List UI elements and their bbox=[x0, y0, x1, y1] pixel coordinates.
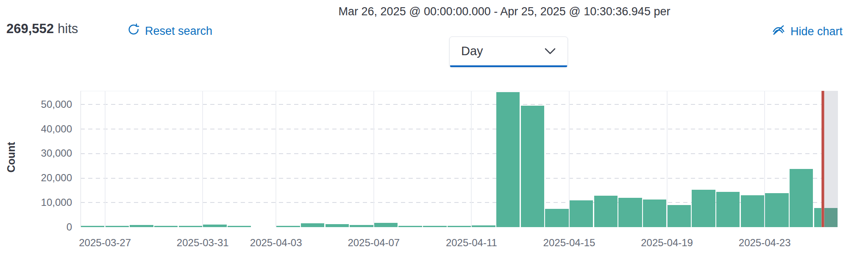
hits-label: hits bbox=[58, 21, 78, 36]
interval-selected-value: Day bbox=[461, 44, 483, 58]
histogram-plot[interactable] bbox=[81, 91, 838, 227]
histogram-bar[interactable] bbox=[423, 226, 446, 227]
histogram-bar[interactable] bbox=[618, 198, 642, 227]
histogram-bar[interactable] bbox=[496, 92, 520, 227]
histogram-bar[interactable] bbox=[741, 195, 764, 227]
y-tick-label: 10,000 bbox=[25, 197, 72, 208]
y-axis-title: Count bbox=[5, 128, 17, 187]
histogram-bar[interactable] bbox=[130, 225, 153, 227]
interval-select[interactable]: Day bbox=[449, 37, 568, 67]
vertical-gridline bbox=[471, 91, 472, 227]
histogram-bar[interactable] bbox=[374, 223, 398, 227]
histogram-bar[interactable] bbox=[154, 226, 178, 227]
plot-top-border bbox=[81, 91, 838, 91]
x-tick-label: 2025-04-11 bbox=[425, 237, 518, 249]
hide-chart-label: Hide chart bbox=[790, 25, 843, 38]
histogram-bar[interactable] bbox=[765, 193, 788, 227]
y-axis-line bbox=[81, 91, 81, 227]
y-tick-label: 20,000 bbox=[25, 172, 72, 184]
x-tick-label: 2025-04-23 bbox=[718, 237, 811, 249]
reset-search-button[interactable]: Reset search bbox=[127, 23, 212, 39]
x-tick-label: 2025-04-03 bbox=[229, 237, 323, 249]
discover-histogram-panel: Mar 26, 2025 @ 00:00:00.000 - Apr 25, 20… bbox=[0, 0, 868, 253]
y-tick-label: 40,000 bbox=[25, 123, 72, 135]
histogram-bar[interactable] bbox=[570, 200, 593, 227]
x-tick-label: 2025-04-15 bbox=[523, 237, 616, 249]
vertical-gridline bbox=[275, 91, 276, 227]
horizontal-gridline bbox=[81, 153, 838, 154]
hits-count: 269,552 bbox=[6, 21, 54, 36]
histogram-bar[interactable] bbox=[790, 169, 813, 227]
histogram-bar[interactable] bbox=[301, 223, 324, 227]
histogram-bar[interactable] bbox=[228, 226, 251, 227]
histogram-bar[interactable] bbox=[276, 226, 300, 227]
refresh-icon bbox=[127, 23, 140, 39]
eye-slash-icon bbox=[771, 23, 786, 40]
histogram-bar[interactable] bbox=[106, 226, 129, 227]
histogram-bar[interactable] bbox=[448, 226, 471, 227]
vertical-gridline bbox=[202, 91, 203, 227]
current-time-marker bbox=[821, 91, 824, 227]
histogram-bar[interactable] bbox=[594, 196, 618, 227]
histogram-bar[interactable] bbox=[692, 190, 715, 227]
histogram-bar[interactable] bbox=[398, 226, 422, 227]
histogram-bar[interactable] bbox=[668, 205, 691, 227]
reset-search-label: Reset search bbox=[145, 25, 212, 38]
histogram-bar[interactable] bbox=[179, 226, 202, 227]
histogram-bar[interactable] bbox=[545, 209, 568, 227]
histogram-bar[interactable] bbox=[326, 224, 349, 227]
histogram-bar[interactable] bbox=[203, 225, 226, 227]
vertical-gridline bbox=[105, 91, 106, 227]
x-tick-label: 2025-04-07 bbox=[327, 237, 420, 249]
chevron-down-icon bbox=[545, 48, 556, 56]
horizontal-gridline bbox=[81, 104, 838, 105]
y-tick-label: 30,000 bbox=[25, 147, 72, 159]
y-tick-label: 0 bbox=[25, 221, 72, 233]
y-tick-label: 50,000 bbox=[25, 98, 72, 110]
hide-chart-button[interactable]: Hide chart bbox=[771, 23, 843, 40]
histogram-bar-partial-bucket[interactable] bbox=[814, 208, 837, 227]
incomplete-bucket-endzone bbox=[823, 91, 838, 227]
horizontal-gridline bbox=[81, 178, 838, 179]
x-tick-label: 2025-04-19 bbox=[620, 237, 714, 249]
histogram-bar[interactable] bbox=[472, 225, 495, 227]
time-range-title: Mar 26, 2025 @ 00:00:00.000 - Apr 25, 20… bbox=[280, 5, 729, 18]
histogram-bar[interactable] bbox=[716, 192, 740, 227]
hits-total: 269,552hits bbox=[6, 21, 78, 37]
select-focus-underline bbox=[450, 65, 567, 67]
x-tick-label: 2025-03-27 bbox=[58, 237, 152, 249]
vertical-gridline bbox=[373, 91, 374, 227]
histogram-bar[interactable] bbox=[521, 106, 544, 227]
horizontal-gridline bbox=[81, 129, 838, 129]
histogram-bar[interactable] bbox=[350, 225, 373, 227]
histogram-bar[interactable] bbox=[643, 200, 666, 227]
histogram-bar[interactable] bbox=[81, 226, 104, 227]
